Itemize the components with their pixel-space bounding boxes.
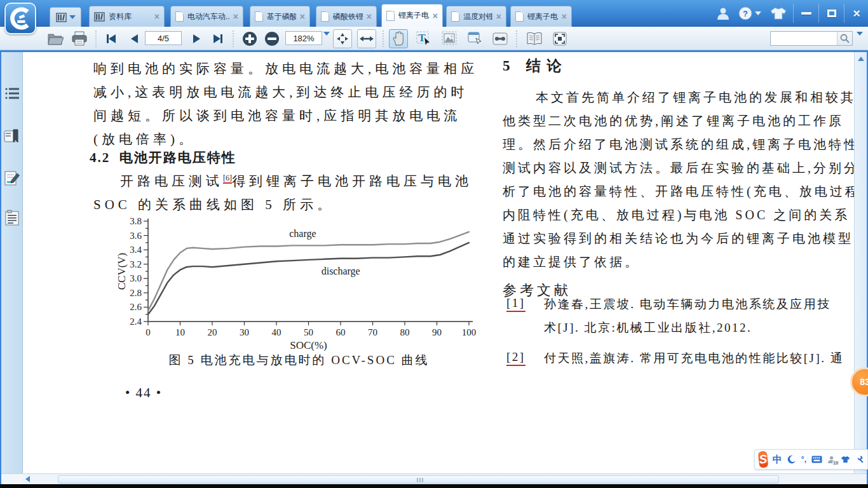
chevron-down-icon xyxy=(323,32,330,46)
svg-text:3.0: 3.0 xyxy=(130,273,142,283)
zoom-level-select[interactable]: 182% xyxy=(285,31,322,45)
maximize-button[interactable] xyxy=(820,0,844,27)
search-options-button[interactable] xyxy=(857,36,863,47)
tab-library[interactable]: 资料库 × xyxy=(89,6,165,27)
book-view-button[interactable] xyxy=(525,29,544,48)
tab-document-5[interactable]: 温度对锂离... × xyxy=(446,6,506,27)
chevron-down-icon xyxy=(69,15,76,19)
minus-icon xyxy=(264,31,280,46)
zoom-dropdown-button[interactable] xyxy=(323,36,330,47)
fit-width-button[interactable] xyxy=(357,29,376,48)
ime-toolbar[interactable]: S 中 °, 19 xyxy=(754,449,868,470)
skin-button[interactable] xyxy=(766,0,790,27)
svg-text:40: 40 xyxy=(272,327,281,337)
outline-panel-button[interactable] xyxy=(3,85,20,102)
reference-text: 付天照,盖旗涛. 常用可充电电池的性能比较[J]. 通 xyxy=(544,350,844,367)
tab-label: 温度对锂离... xyxy=(463,11,492,22)
open-file-button[interactable] xyxy=(46,29,65,48)
scrollbar-corner xyxy=(0,473,23,484)
search-box[interactable] xyxy=(770,31,853,46)
document-icon xyxy=(515,11,524,22)
bookmarks-panel-button[interactable] xyxy=(3,127,20,144)
tab-document-2[interactable]: 基于磷酸铁... × xyxy=(250,6,310,27)
print-button[interactable] xyxy=(70,29,89,48)
ime-wrench-icon[interactable] xyxy=(855,456,864,464)
tab-close-icon[interactable]: × xyxy=(433,11,438,20)
svg-text:3.8: 3.8 xyxy=(130,216,142,226)
chevron-down-icon xyxy=(857,32,863,46)
ime-user-icon[interactable]: 19 xyxy=(827,456,836,464)
last-page-button[interactable] xyxy=(208,29,227,48)
annotations-panel-button[interactable] xyxy=(3,170,20,187)
search-icon xyxy=(840,34,850,43)
next-page-button[interactable] xyxy=(187,29,206,48)
body-text-line: 析了电池的容量特性、开路电压特性(充电、放电过程) xyxy=(503,183,854,200)
open-folder-icon xyxy=(47,32,64,46)
section-heading: 4.2 电池开路电压特性 xyxy=(90,149,236,166)
help-menu-button[interactable]: ? xyxy=(736,0,764,27)
tab-document-1[interactable]: 电动汽车动... × xyxy=(170,6,243,27)
user-icon xyxy=(715,6,731,21)
divider xyxy=(383,30,384,47)
svg-text:2.4: 2.4 xyxy=(130,316,142,327)
reference-number[interactable]: [1] xyxy=(506,296,526,312)
fullscreen-icon xyxy=(552,31,567,46)
reference-item: [1] xyxy=(506,296,526,310)
sogou-logo-icon[interactable]: S xyxy=(758,451,769,468)
tab-close-icon[interactable]: × xyxy=(496,12,501,21)
horizontal-scroll-thumb[interactable] xyxy=(58,475,779,484)
svg-text:10: 10 xyxy=(175,327,185,337)
scroll-left-icon[interactable] xyxy=(25,476,30,482)
tab-list-button[interactable] xyxy=(50,7,81,27)
tab-close-icon[interactable]: × xyxy=(562,12,567,21)
ime-skin-icon[interactable] xyxy=(841,456,850,463)
user-account-button[interactable] xyxy=(712,0,735,27)
tab-document-4-active[interactable]: 锂离子电池... × xyxy=(381,4,443,27)
minimize-button[interactable] xyxy=(794,0,818,27)
fullscreen-button[interactable] xyxy=(550,29,569,48)
close-button[interactable]: × xyxy=(845,0,868,27)
image-select-tool-button[interactable] xyxy=(440,29,459,48)
ime-language-toggle[interactable]: 中 xyxy=(773,454,782,466)
ocr-tool-button[interactable] xyxy=(491,29,510,48)
shirt-icon xyxy=(770,6,787,20)
divider xyxy=(844,4,844,23)
text-select-tool-button[interactable]: T xyxy=(414,29,433,48)
horizontal-scrollbar[interactable] xyxy=(23,473,868,484)
ime-punctuation-toggle[interactable]: °, xyxy=(801,455,806,464)
reference-number[interactable]: [2] xyxy=(506,350,526,366)
scroll-up-icon[interactable] xyxy=(858,57,864,61)
body-text-line: SOC 的关系曲线如图 5 所示。 xyxy=(93,196,334,214)
page-indicator[interactable]: 4/5 xyxy=(145,31,182,45)
document-page[interactable]: 响到电池的实际容量。放电电流越大,电池容量相应 减小,这表明放电电流越大,到达终… xyxy=(24,52,854,473)
document-icon xyxy=(175,11,184,22)
svg-text:2.8: 2.8 xyxy=(130,288,142,298)
tab-close-icon[interactable]: × xyxy=(154,12,159,21)
citation-ref-6[interactable]: [6] xyxy=(223,173,232,184)
annotation-tool-button[interactable] xyxy=(465,29,484,48)
tab-document-6[interactable]: 锂离子电池... × xyxy=(510,6,572,27)
hand-tool-button[interactable] xyxy=(389,29,408,48)
svg-text:0: 0 xyxy=(146,327,151,337)
screen-bottom-strip xyxy=(0,484,868,488)
tab-close-icon[interactable]: × xyxy=(233,12,238,21)
body-text-line: 本文首先简单介绍了锂离子电池的发展和相较其 xyxy=(536,89,854,106)
body-text-line: 通过实验得到的相关结论也为今后的锂离子电池模型 xyxy=(503,230,853,247)
tab-document-3[interactable]: 磷酸铁锂电... × xyxy=(316,6,377,27)
tab-close-icon[interactable]: × xyxy=(367,12,372,21)
fit-page-button[interactable] xyxy=(333,29,352,48)
tab-close-icon[interactable]: × xyxy=(300,12,305,21)
fit-width-icon xyxy=(360,34,374,43)
vertical-scrollbar[interactable] xyxy=(854,52,867,473)
search-input[interactable] xyxy=(771,32,837,45)
zoom-out-button[interactable] xyxy=(262,29,281,48)
zoom-in-button[interactable] xyxy=(240,29,259,48)
bookshelf-icon xyxy=(56,13,67,22)
document-icon xyxy=(451,11,459,22)
ime-keyboard-icon[interactable] xyxy=(811,456,822,463)
notes-panel-button[interactable] xyxy=(3,209,20,226)
ime-moon-icon[interactable] xyxy=(787,455,796,464)
first-page-button[interactable] xyxy=(102,29,121,48)
previous-page-button[interactable] xyxy=(125,29,144,48)
search-button[interactable] xyxy=(837,32,852,45)
